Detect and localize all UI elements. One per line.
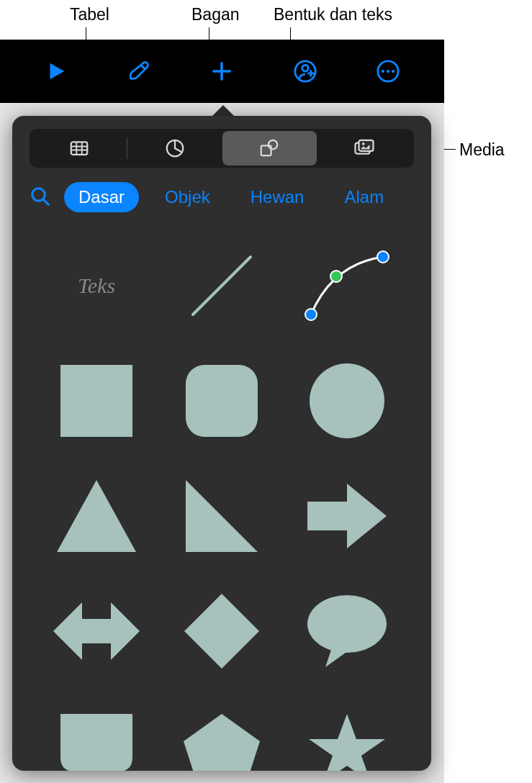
circle-icon <box>307 361 387 440</box>
arrow-right-icon <box>304 476 390 556</box>
shape-triangle[interactable] <box>41 473 152 559</box>
rounded-square-icon <box>182 361 261 440</box>
shape-tab[interactable] <box>41 703 152 771</box>
insert-type-segments <box>30 129 414 168</box>
photo-icon <box>353 137 375 159</box>
insert-popover: Dasar Objek Hewan Alam Teks <box>12 116 431 771</box>
more-button[interactable] <box>372 55 404 87</box>
chart-pie-icon <box>164 137 186 159</box>
svg-point-26 <box>307 595 387 653</box>
star-icon <box>307 714 387 771</box>
svg-rect-6 <box>71 142 88 155</box>
search-button[interactable] <box>30 186 53 209</box>
callout-bagan: Bagan <box>191 5 240 24</box>
category-alam[interactable]: Alam <box>330 182 398 212</box>
shape-arrow-right[interactable] <box>292 473 402 559</box>
format-button[interactable] <box>123 55 155 87</box>
category-dasar[interactable]: Dasar <box>64 182 139 212</box>
shape-circle[interactable] <box>292 358 402 444</box>
arrow-bidirectional-icon <box>50 592 143 671</box>
svg-point-5 <box>392 70 395 73</box>
shape-square[interactable] <box>41 358 152 444</box>
annotation-callouts: Tabel Bagan Bentuk dan teks <box>0 0 532 40</box>
plus-icon <box>209 59 234 83</box>
ellipsis-circle-icon <box>376 59 400 83</box>
svg-marker-29 <box>309 714 385 771</box>
right-triangle-icon <box>182 476 261 556</box>
shape-right-triangle[interactable] <box>166 473 277 559</box>
shape-speech-bubble[interactable] <box>292 588 402 674</box>
svg-point-20 <box>310 363 384 438</box>
diamond-icon <box>182 592 261 671</box>
text-shape-label: Teks <box>78 273 115 298</box>
callout-media: Media <box>459 140 505 160</box>
svg-point-15 <box>305 309 317 320</box>
category-hewan[interactable]: Hewan <box>236 182 319 212</box>
shape-arrow-bidirectional[interactable] <box>41 588 152 674</box>
svg-point-3 <box>382 70 384 73</box>
shape-star[interactable] <box>292 703 402 771</box>
segment-table[interactable] <box>32 131 127 166</box>
svg-line-14 <box>193 257 251 314</box>
person-add-icon <box>293 59 317 83</box>
paintbrush-icon <box>127 59 151 83</box>
svg-point-17 <box>377 251 389 263</box>
svg-point-16 <box>330 271 342 282</box>
shapes-grid: Teks <box>12 221 431 771</box>
tab-shape-icon <box>57 714 136 771</box>
collaborate-button[interactable] <box>289 55 321 87</box>
svg-marker-25 <box>184 594 259 669</box>
play-icon <box>44 59 68 83</box>
segment-chart[interactable] <box>127 131 222 166</box>
svg-marker-24 <box>53 602 140 660</box>
svg-marker-22 <box>186 480 258 552</box>
shape-pentagon[interactable] <box>166 703 277 771</box>
callout-tabel: Tabel <box>70 5 109 24</box>
square-icon <box>57 361 136 440</box>
popover-arrow <box>212 105 235 117</box>
play-button[interactable] <box>40 55 72 87</box>
svg-point-9 <box>269 140 278 150</box>
table-icon <box>68 137 90 159</box>
pentagon-icon <box>182 714 261 771</box>
shape-text[interactable]: Teks <box>41 243 152 329</box>
insert-button[interactable] <box>206 55 238 87</box>
search-icon <box>30 186 51 207</box>
svg-rect-18 <box>60 365 132 437</box>
shape-rounded-square[interactable] <box>166 358 277 444</box>
callout-bentuk-teks: Bentuk dan teks <box>274 5 392 24</box>
svg-rect-19 <box>186 365 258 437</box>
shape-diamond[interactable] <box>166 588 277 674</box>
main-toolbar <box>0 40 444 103</box>
line-icon <box>182 246 261 325</box>
svg-rect-11 <box>359 140 374 151</box>
svg-marker-28 <box>184 714 260 771</box>
svg-point-4 <box>387 70 389 73</box>
curve-icon <box>300 246 394 325</box>
svg-point-12 <box>362 142 365 145</box>
svg-marker-21 <box>57 480 136 552</box>
category-objek[interactable]: Objek <box>150 182 225 212</box>
triangle-icon <box>53 476 140 556</box>
speech-bubble-icon <box>304 592 390 671</box>
segment-shapes[interactable] <box>222 131 317 166</box>
shape-category-row: Dasar Objek Hewan Alam <box>12 168 431 221</box>
segment-media[interactable] <box>317 131 412 166</box>
shape-curve[interactable] <box>292 243 402 329</box>
shape-icon <box>258 137 280 159</box>
shape-line[interactable] <box>166 243 277 329</box>
svg-marker-23 <box>307 484 387 548</box>
svg-point-1 <box>302 65 309 72</box>
